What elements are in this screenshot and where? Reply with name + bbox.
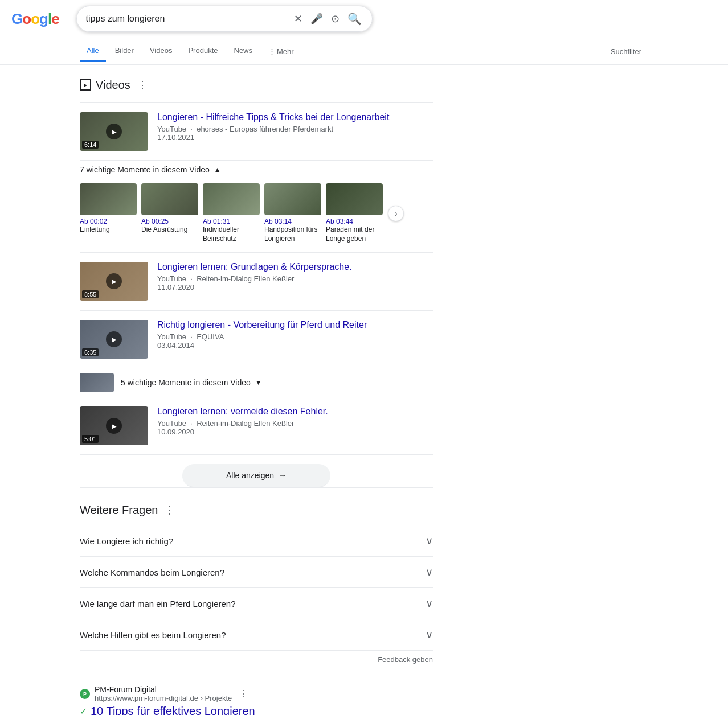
- moment-thumb-1: [80, 183, 137, 215]
- faq-question-2: Welche Kommandos beim Longieren?: [80, 568, 224, 577]
- play-icon-2: [106, 273, 122, 289]
- video-title-1[interactable]: Longieren - Hilfreiche Tipps & Tricks be…: [157, 112, 433, 122]
- video-title-4[interactable]: Longieren lernen: vermeide diesen Fehler…: [157, 406, 433, 417]
- moment-item-2[interactable]: Ab 00:25 Die Ausrüstung: [141, 183, 198, 243]
- video-info-3: Richtig longieren - Vorbereitung für Pfe…: [157, 320, 433, 359]
- moment-item-3[interactable]: Ab 01:31 Individueller Beinschutz: [203, 183, 260, 243]
- nav-produkte[interactable]: Produkte: [181, 40, 224, 62]
- video-item-1: 6:14 Longieren - Hilfreiche Tipps & Tric…: [80, 103, 433, 161]
- moment-time-5: Ab 03:44: [326, 217, 383, 225]
- nav-videos[interactable]: Videos: [143, 40, 179, 62]
- video-date-3: 03.04.2014: [157, 341, 433, 350]
- nav-more[interactable]: ⋮ Mehr: [261, 42, 301, 61]
- moment-item-1[interactable]: Ab 00:02 Einleitung: [80, 183, 137, 243]
- videos-section-header: ▶ Videos ⋮: [80, 76, 433, 93]
- video-section-icon: ▶: [80, 79, 91, 91]
- video-date-4: 10.09.2020: [157, 428, 433, 436]
- nav-suchfilter[interactable]: Suchfilter: [604, 42, 648, 61]
- video-duration-3: 6:35: [82, 348, 99, 356]
- video-channel-4: Reiten-im-Dialog Ellen Keßler: [197, 419, 294, 428]
- result-title[interactable]: ✓ 10 Tipps für effektives Longieren: [80, 705, 433, 715]
- search-icons: ✕ 🎤 ⊙ 🔍: [293, 11, 363, 27]
- result-site-info: P PM-Forum Digital https://www.pm-forum-…: [80, 685, 433, 702]
- nav-bar: Alle Bilder Videos Produkte News ⋮ Mehr …: [0, 38, 728, 65]
- search-bar: ✕ 🎤 ⊙ 🔍: [76, 6, 373, 32]
- video-title-2[interactable]: Longieren lernen: Grundlagen & Körperspr…: [157, 262, 433, 272]
- main-content: ▶ Videos ⋮ 6:14 Longieren - Hilfreiche T…: [0, 65, 513, 715]
- video-info-1: Longieren - Hilfreiche Tipps & Tricks be…: [157, 112, 433, 151]
- video-meta-1: YouTube · ehorses - Europas führender Pf…: [157, 125, 433, 133]
- video-duration-2: 8:55: [82, 290, 99, 298]
- nav-bilder[interactable]: Bilder: [108, 40, 141, 62]
- moments-toggle-label-3: 5 wichtige Momente in diesem Video: [121, 378, 251, 387]
- alle-anzeigen-label: Alle anzeigen: [226, 471, 274, 480]
- video-info-2: Longieren lernen: Grundlagen & Körperspr…: [157, 262, 433, 301]
- faq-chevron-1: ∨: [426, 535, 433, 547]
- moments-toggle-1[interactable]: 7 wichtige Momente in diesem Video ▲: [80, 161, 433, 179]
- alle-anzeigen-arrow-icon: →: [279, 471, 287, 480]
- moment-item-5[interactable]: Ab 03:44 Paraden mit der Longe geben: [326, 183, 383, 243]
- nav-news[interactable]: News: [227, 40, 260, 62]
- moment-label-1: Einleitung: [80, 225, 137, 235]
- faq-title: Weitere Fragen: [80, 504, 158, 517]
- video-info-4: Longieren lernen: vermeide diesen Fehler…: [157, 406, 433, 445]
- video-source-1: YouTube: [157, 125, 186, 133]
- result-site-name: PM-Forum Digital: [95, 685, 232, 694]
- video-channel-2: Reiten-im-Dialog Ellen Keßler: [197, 274, 294, 283]
- faq-item-4[interactable]: Welche Hilfen gibt es beim Longieren? ∨: [80, 619, 433, 651]
- search-result-1: P PM-Forum Digital https://www.pm-forum-…: [80, 673, 433, 715]
- video-channel-1: ehorses - Europas führender Pferdemarkt: [197, 125, 333, 133]
- faq-item-2[interactable]: Welche Kommandos beim Longieren? ∨: [80, 557, 433, 588]
- play-icon-1: [106, 124, 122, 139]
- moments-toggle-3-row: 5 wichtige Momente in diesem Video ▼: [80, 368, 433, 397]
- moment-item-4[interactable]: Ab 03:14 Handposition fürs Longieren: [264, 183, 321, 243]
- moment-time-1: Ab 00:02: [80, 217, 137, 225]
- faq-question-1: Wie Longiere ich richtig?: [80, 536, 173, 546]
- video-meta-2: YouTube · Reiten-im-Dialog Ellen Keßler: [157, 274, 433, 283]
- video-meta-4: YouTube · Reiten-im-Dialog Ellen Keßler: [157, 419, 433, 428]
- moment-thumb-2: [141, 183, 198, 215]
- video-item-3: 6:35 Richtig longieren - Vorbereitung fü…: [80, 311, 433, 368]
- clear-icon[interactable]: ✕: [293, 11, 304, 26]
- video-channel-3: EQUIVA: [197, 332, 224, 341]
- moments-arrow-up-1: ▲: [214, 166, 221, 174]
- faq-header: Weitere Fragen ⋮: [80, 502, 433, 519]
- result-favicon: P: [80, 689, 90, 699]
- faq-section: Weitere Fragen ⋮ Wie Longiere ich richti…: [80, 502, 433, 673]
- video-thumb-1[interactable]: 6:14: [80, 112, 148, 151]
- moment-thumb-3: [203, 183, 260, 215]
- moments-toggle-3[interactable]: 5 wichtige Momente in diesem Video ▼: [121, 378, 262, 387]
- moment-time-3: Ab 01:31: [203, 217, 260, 225]
- moment-label-5: Paraden mit der Longe geben: [326, 225, 383, 243]
- moment-time-4: Ab 03:14: [264, 217, 321, 225]
- video-thumb-3[interactable]: 6:35: [80, 320, 148, 359]
- video-duration-4: 5:01: [82, 435, 99, 443]
- moment-label-2: Die Ausrüstung: [141, 225, 198, 235]
- search-input[interactable]: [86, 14, 288, 24]
- video-source-3: YouTube: [157, 332, 186, 341]
- google-logo: Google: [11, 10, 59, 28]
- faq-item-1[interactable]: Wie Longiere ich richtig? ∨: [80, 525, 433, 557]
- video-thumb-2[interactable]: 8:55: [80, 262, 148, 301]
- video-title-3[interactable]: Richtig longieren - Vorbereitung für Pfe…: [157, 320, 433, 330]
- lens-icon[interactable]: ⊙: [330, 11, 341, 26]
- video-thumb-4[interactable]: 5:01: [80, 406, 148, 445]
- moment-label-4: Handposition fürs Longieren: [264, 225, 321, 243]
- feedback-label[interactable]: Feedback geben: [378, 655, 433, 664]
- video-item-4: 5:01 Longieren lernen: vermeide diesen F…: [80, 397, 433, 455]
- result-title-text: 10 Tipps für effektives Longieren: [91, 705, 255, 715]
- voice-search-icon[interactable]: 🎤: [309, 11, 324, 26]
- nav-alle[interactable]: Alle: [80, 40, 106, 62]
- play-icon-3: [106, 331, 122, 347]
- moment-time-2: Ab 00:25: [141, 217, 198, 225]
- play-icon-4: [106, 418, 122, 434]
- result-site-details: PM-Forum Digital https://www.pm-forum-di…: [95, 685, 232, 702]
- moments-next-button[interactable]: ›: [388, 206, 404, 221]
- video-date-1: 17.10.2021: [157, 133, 433, 142]
- faq-item-3[interactable]: Wie lange darf man ein Pferd Longieren? …: [80, 588, 433, 619]
- faq-menu-icon[interactable]: ⋮: [162, 502, 177, 519]
- videos-menu-icon[interactable]: ⋮: [135, 76, 150, 93]
- search-submit-icon[interactable]: 🔍: [346, 11, 363, 27]
- alle-anzeigen-button[interactable]: Alle anzeigen →: [182, 464, 330, 487]
- result-more-icon[interactable]: ⋮: [239, 688, 248, 699]
